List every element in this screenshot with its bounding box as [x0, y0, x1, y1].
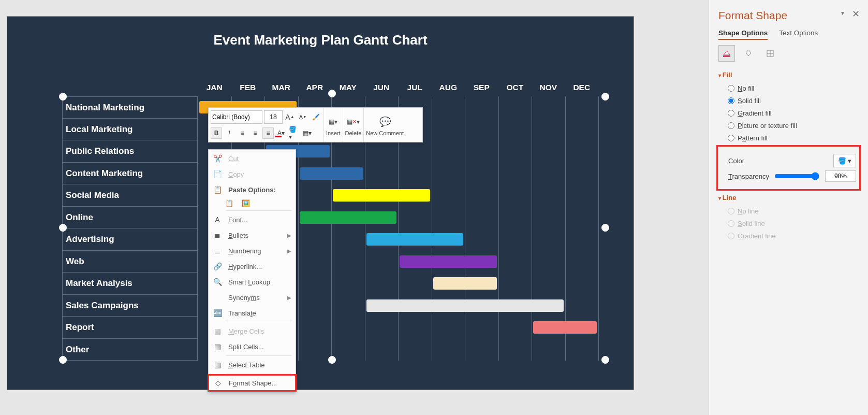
gantt-bar[interactable]	[333, 189, 430, 202]
radio-solid-fill[interactable]: Solid fill	[728, 95, 859, 106]
month-sep: SEP	[465, 83, 498, 96]
size-tab-icon[interactable]	[762, 45, 778, 62]
radio-pattern-fill[interactable]: Pattern fill	[728, 133, 859, 143]
radio-solid-line[interactable]: Solid line	[728, 218, 859, 228]
transparency-input[interactable]	[825, 170, 856, 182]
row-label[interactable]: Sales Campaigns	[62, 295, 198, 317]
row-label[interactable]: Report	[62, 317, 198, 339]
bullets-icon: ≣	[213, 231, 222, 239]
radio-no-fill[interactable]: No fill	[728, 83, 859, 93]
grow-font-icon[interactable]: A▲	[284, 111, 296, 123]
fill-color-icon[interactable]: 🪣▾	[288, 127, 300, 139]
month-dec: DEC	[565, 83, 599, 96]
borders-icon[interactable]: ▦▾	[301, 127, 313, 139]
clipboard-icon: 📋	[213, 185, 222, 194]
tab-shape-options[interactable]: Shape Options	[718, 29, 768, 40]
menu-numbering[interactable]: ≣Numbering▶	[209, 243, 296, 259]
align-right-icon[interactable]: ≡	[262, 127, 274, 139]
transparency-slider[interactable]	[774, 172, 820, 180]
row-label[interactable]: Advertising	[62, 228, 198, 251]
menu-select-table[interactable]: ▦Select Table	[209, 357, 296, 373]
month-nov: NOV	[532, 83, 565, 96]
align-left-icon[interactable]: ≡	[237, 127, 248, 139]
menu-copy[interactable]: 📄Copy	[209, 166, 296, 182]
align-center-icon[interactable]: ≡	[249, 127, 261, 139]
effects-tab-icon[interactable]	[740, 45, 757, 62]
radio-gradient-fill[interactable]: Gradient fill	[728, 108, 859, 118]
gantt-bar[interactable]	[300, 167, 363, 180]
paste-keep-formatting-icon[interactable]: 📋	[225, 199, 233, 207]
gantt-bar[interactable]	[533, 321, 597, 334]
mini-toolbar: A▲ A▼ 🖌️ B I ≡ ≡ ≡ A▾ 🪣▾ ▦▾ ▦▾ Insert ▦✕…	[208, 107, 423, 142]
selection-handle[interactable]	[601, 356, 609, 364]
color-picker-button[interactable]: 🪣 ▾	[833, 154, 856, 167]
new-comment-icon[interactable]: 💬	[379, 116, 391, 127]
row-label[interactable]: Content Marketing	[62, 163, 198, 185]
copy-icon: 📄	[213, 170, 222, 178]
menu-split-cells[interactable]: ▦Split Cells...	[209, 339, 296, 354]
shrink-font-icon[interactable]: A▼	[297, 111, 308, 123]
month-oct: OCT	[498, 83, 532, 96]
paste-picture-icon[interactable]: 🖼️	[242, 199, 250, 207]
row-label[interactable]: Social Media	[62, 184, 198, 207]
menu-translate[interactable]: 🔤Translate	[209, 305, 296, 321]
row-label[interactable]: National Marketing	[62, 96, 198, 119]
month-jul: JUL	[398, 83, 432, 96]
selection-handle[interactable]	[59, 356, 67, 364]
bold-icon[interactable]: B	[211, 127, 222, 139]
delete-label[interactable]: Delete	[345, 130, 362, 136]
menu-bullets[interactable]: ≣Bullets▶	[209, 227, 296, 243]
gantt-bar[interactable]	[366, 233, 464, 246]
font-name-input[interactable]	[211, 110, 262, 124]
italic-icon[interactable]: I	[224, 127, 235, 139]
close-icon[interactable]: ✕	[852, 8, 860, 20]
menu-hyperlink[interactable]: 🔗Hyperlink...	[209, 259, 296, 274]
gantt-bar[interactable]	[433, 277, 497, 290]
radio-gradient-line[interactable]: Gradient line	[728, 231, 859, 241]
radio-no-line[interactable]: No line	[728, 206, 859, 216]
month-jun: JUN	[365, 83, 399, 96]
color-label: Color	[728, 157, 744, 165]
font-size-input[interactable]	[264, 110, 283, 124]
selection-handle[interactable]	[59, 93, 67, 101]
new-comment-label[interactable]: New Comment	[366, 130, 404, 136]
menu-format-shape[interactable]: ◇Format Shape...	[208, 374, 297, 392]
pane-menu-icon[interactable]: ▼	[840, 10, 845, 16]
split-cells-icon: ▦	[213, 342, 222, 351]
tab-text-options[interactable]: Text Options	[779, 29, 818, 40]
month-mar: MAR	[264, 83, 298, 96]
row-label[interactable]: Online	[62, 207, 198, 229]
gantt-bar[interactable]	[300, 211, 397, 224]
section-line[interactable]: Line	[718, 194, 859, 202]
selection-handle[interactable]	[328, 356, 336, 364]
radio-picture-fill[interactable]: Picture or texture fill	[728, 120, 859, 131]
menu-synonyms[interactable]: Synonyms▶	[209, 290, 296, 305]
gantt-bar[interactable]	[366, 299, 564, 312]
menu-merge-cells[interactable]: ▦Merge Cells	[209, 323, 296, 339]
delete-table-icon[interactable]: ▦✕▾	[347, 116, 359, 127]
selection-handle[interactable]	[59, 224, 67, 232]
row-label[interactable]: Web	[62, 251, 198, 273]
fill-line-tab-icon[interactable]	[718, 45, 735, 62]
menu-cut[interactable]: ✂️Cut	[209, 151, 296, 166]
section-fill[interactable]: Fill	[718, 71, 859, 79]
month-jan: JAN	[198, 83, 231, 96]
format-painter-icon[interactable]: 🖌️	[310, 111, 321, 123]
menu-smart-lookup[interactable]: 🔍Smart Lookup	[209, 274, 296, 290]
menu-font[interactable]: AFont...	[209, 212, 296, 227]
selection-handle[interactable]	[601, 224, 609, 232]
insert-label[interactable]: Insert	[326, 130, 341, 136]
row-label[interactable]: Other	[62, 339, 198, 361]
font-color-icon[interactable]: A▾	[275, 127, 287, 139]
selection-handle[interactable]	[328, 90, 336, 97]
selection-handle[interactable]	[601, 93, 609, 101]
merge-cells-icon: ▦	[213, 327, 222, 335]
month-may: MAY	[331, 83, 365, 96]
row-label[interactable]: Public Relations	[62, 140, 198, 163]
gantt-bar[interactable]	[400, 255, 497, 268]
cut-icon: ✂️	[213, 154, 222, 163]
month-apr: APR	[298, 83, 332, 96]
row-label[interactable]: Local Marketing	[62, 119, 198, 141]
insert-table-icon[interactable]: ▦▾	[328, 116, 339, 127]
row-label[interactable]: Market Analysis	[62, 273, 198, 295]
